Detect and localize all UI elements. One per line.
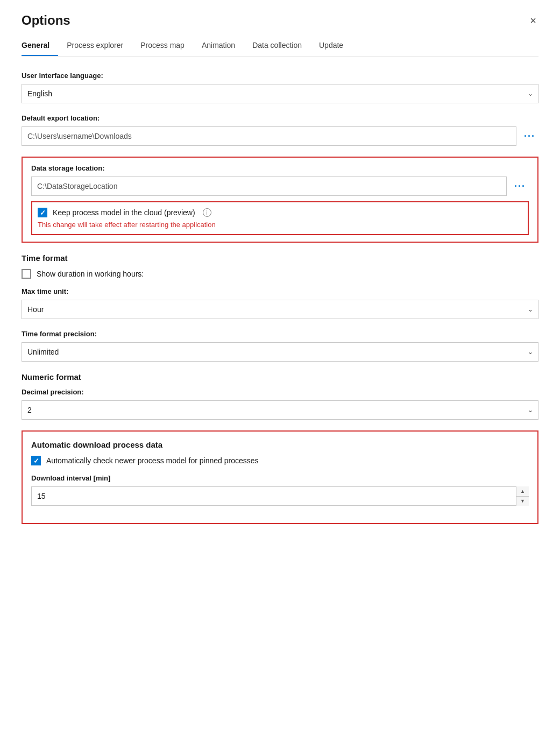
default-export-input[interactable] [22, 126, 516, 146]
show-duration-checkbox[interactable] [22, 269, 31, 279]
time-precision-label: Time format precision: [22, 330, 538, 338]
default-export-browse-button[interactable]: ··· [521, 129, 538, 143]
data-storage-input[interactable] [31, 176, 507, 196]
time-precision-select[interactable]: Unlimited 1 decimal 2 decimals [22, 342, 538, 362]
max-time-unit-select[interactable]: Hour Day Week Month [22, 300, 538, 319]
auto-check-row: ✓ Automatically check newer process mode… [31, 456, 529, 465]
keep-cloud-warning: This change will take effect after resta… [38, 221, 522, 229]
download-interval-down-arrow[interactable]: ▼ [516, 497, 529, 506]
dialog-title: Options [22, 13, 70, 28]
default-export-row: ··· [22, 126, 538, 146]
download-interval-arrows: ▲ ▼ [516, 486, 529, 506]
keep-cloud-checkmark: ✓ [40, 209, 46, 216]
keep-cloud-row: ✓ Keep process model in the cloud (previ… [38, 208, 522, 217]
decimal-precision-group: Decimal precision: 0 1 2 3 4 ⌄ [22, 388, 538, 420]
close-button[interactable]: × [528, 13, 538, 28]
auto-download-section: Automatic download process data ✓ Automa… [22, 430, 538, 524]
dialog-header: Options × [22, 13, 538, 28]
decimal-precision-select[interactable]: 0 1 2 3 4 [22, 400, 538, 420]
decimal-precision-select-wrapper: 0 1 2 3 4 ⌄ [22, 400, 538, 420]
time-format-section: Time format Show duration in working hou… [22, 253, 538, 362]
time-precision-group: Time format precision: Unlimited 1 decim… [22, 330, 538, 362]
download-interval-spinbox-wrapper: ▲ ▼ [31, 486, 529, 506]
keep-cloud-checkbox[interactable]: ✓ [38, 208, 47, 217]
keep-cloud-info-icon[interactable]: i [203, 208, 211, 217]
tab-update[interactable]: Update [319, 37, 352, 56]
auto-check-label: Automatically check newer process model … [46, 456, 259, 465]
tab-data-collection[interactable]: Data collection [252, 37, 310, 56]
decimal-precision-label: Decimal precision: [22, 388, 538, 396]
auto-check-checkmark: ✓ [33, 457, 39, 464]
time-precision-select-wrapper: Unlimited 1 decimal 2 decimals ⌄ [22, 342, 538, 362]
tabs-bar: General Process explorer Process map Ani… [22, 37, 538, 56]
keep-cloud-section: ✓ Keep process model in the cloud (previ… [31, 201, 529, 235]
download-interval-group: Download interval [min] ▲ ▼ [31, 474, 529, 506]
download-interval-label: Download interval [min] [31, 474, 529, 482]
show-duration-label: Show duration in working hours: [37, 270, 144, 278]
default-export-group: Default export location: ··· [22, 114, 538, 146]
download-interval-up-arrow[interactable]: ▲ [516, 486, 529, 497]
show-duration-row: Show duration in working hours: [22, 269, 538, 279]
max-time-unit-select-wrapper: Hour Day Week Month ⌄ [22, 300, 538, 319]
ui-language-label: User interface language: [22, 72, 538, 80]
default-export-label: Default export location: [22, 114, 538, 122]
ui-language-group: User interface language: English German … [22, 72, 538, 103]
time-format-header: Time format [22, 253, 538, 263]
download-interval-input[interactable] [31, 486, 529, 506]
auto-check-checkbox[interactable]: ✓ [31, 456, 41, 465]
keep-cloud-label: Keep process model in the cloud (preview… [53, 208, 195, 217]
numeric-format-header: Numeric format [22, 372, 538, 381]
data-storage-label: Data storage location: [31, 164, 529, 172]
auto-download-header: Automatic download process data [31, 440, 529, 449]
options-dialog: Options × General Process explorer Proce… [0, 0, 560, 756]
ui-language-select-wrapper: English German French Spanish ⌄ [22, 84, 538, 103]
data-storage-row: ··· [31, 176, 529, 196]
data-storage-browse-button[interactable]: ··· [511, 179, 529, 193]
ui-language-select[interactable]: English German French Spanish [22, 84, 538, 103]
tab-process-explorer[interactable]: Process explorer [67, 37, 132, 56]
max-time-unit-label: Max time unit: [22, 287, 538, 295]
tab-general[interactable]: General [22, 37, 58, 56]
tab-animation[interactable]: Animation [202, 37, 244, 56]
data-storage-section: Data storage location: ··· ✓ Keep proces… [22, 157, 538, 243]
numeric-format-section: Numeric format Decimal precision: 0 1 2 … [22, 372, 538, 420]
tab-process-map[interactable]: Process map [140, 37, 193, 56]
max-time-unit-group: Max time unit: Hour Day Week Month ⌄ [22, 287, 538, 319]
